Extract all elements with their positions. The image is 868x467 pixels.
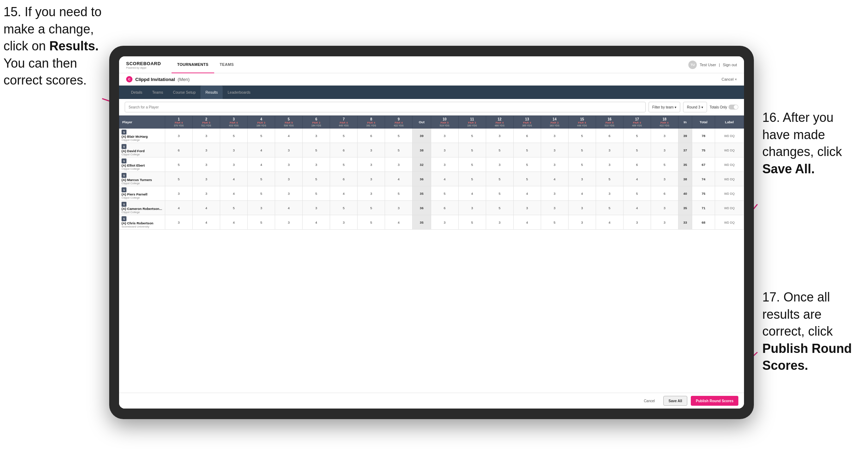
wd-label[interactable]: WD [724,149,729,152]
score-h15[interactable]: 5 [568,129,596,143]
score-h17[interactable]: 3 [623,215,651,230]
score-h3[interactable]: 3 [220,157,248,172]
score-h14[interactable]: 3 [541,201,568,215]
score-h17[interactable]: 5 [623,186,651,201]
score-h2[interactable]: 3 [193,143,220,157]
score-h5[interactable]: 4 [275,129,303,143]
wd-label[interactable]: WD [724,178,729,181]
score-h15[interactable]: 3 [568,172,596,186]
score-h11[interactable]: 4 [458,186,486,201]
score-h7[interactable]: 5 [330,129,358,143]
score-h14[interactable]: 3 [541,186,568,201]
dq-label[interactable]: DQ [730,149,735,152]
score-h16[interactable]: 4 [596,215,623,230]
score-h16[interactable]: 3 [596,157,623,172]
score-h3[interactable]: 5 [220,129,248,143]
score-h10[interactable]: 6 [431,201,458,215]
score-h4[interactable]: 5 [248,186,275,201]
label-cell[interactable]: WD DQ [715,157,744,172]
score-h10[interactable]: 3 [431,129,458,143]
score-h4[interactable]: 3 [248,201,275,215]
tab-teams[interactable]: Teams [147,86,168,99]
score-h3[interactable]: 3 [220,143,248,157]
score-h6[interactable]: 3 [303,201,330,215]
score-h18[interactable]: 3 [651,201,678,215]
dq-label[interactable]: DQ [730,206,735,210]
score-h17[interactable]: 4 [623,201,651,215]
score-h7[interactable]: 6 [330,172,358,186]
score-h5[interactable]: 3 [275,186,303,201]
score-h17[interactable]: 5 [623,143,651,157]
score-h8[interactable]: 3 [358,186,385,201]
score-h16[interactable]: 3 [596,186,623,201]
score-h5[interactable]: 4 [275,201,303,215]
score-h18[interactable]: 3 [651,215,678,230]
score-h5[interactable]: 3 [275,172,303,186]
score-h7[interactable]: 4 [330,186,358,201]
score-h2[interactable]: 3 [193,157,220,172]
score-h1[interactable]: 4 [165,201,193,215]
score-h12[interactable]: 5 [486,186,513,201]
score-h1[interactable]: 3 [165,215,193,230]
score-h3[interactable]: 4 [220,172,248,186]
save-all-button[interactable]: Save All [663,396,688,406]
score-h8[interactable]: 5 [358,215,385,230]
score-h17[interactable]: 6 [623,157,651,172]
score-h16[interactable]: 6 [596,129,623,143]
score-h8[interactable]: 3 [358,157,385,172]
footer-cancel-button[interactable]: Cancel [639,396,660,406]
score-h10[interactable]: 3 [431,143,458,157]
label-cell[interactable]: WD DQ [715,143,744,157]
wd-label[interactable]: WD [724,206,729,210]
score-h8[interactable]: 5 [358,201,385,215]
score-h2[interactable]: 3 [193,172,220,186]
dq-label[interactable]: DQ [730,192,735,195]
tab-results[interactable]: Results [200,86,223,99]
score-h2[interactable]: 3 [193,129,220,143]
wd-label[interactable]: WD [724,134,729,138]
dq-label[interactable]: DQ [730,163,735,167]
tab-leaderboards[interactable]: Leaderboards [223,86,255,99]
score-h8[interactable]: 3 [358,143,385,157]
score-h16[interactable]: 5 [596,201,623,215]
score-h13[interactable]: 6 [513,129,541,143]
score-h16[interactable]: 3 [596,143,623,157]
score-h13[interactable]: 4 [513,215,541,230]
score-h12[interactable]: 3 [486,129,513,143]
score-h10[interactable]: 4 [431,172,458,186]
score-h7[interactable]: 6 [330,143,358,157]
score-h18[interactable]: 5 [651,157,678,172]
score-h10[interactable]: 3 [431,157,458,172]
score-h4[interactable]: 5 [248,129,275,143]
score-h13[interactable]: 5 [513,143,541,157]
dq-label[interactable]: DQ [730,178,735,181]
score-h11[interactable]: 5 [458,172,486,186]
score-h8[interactable]: 6 [358,129,385,143]
score-h2[interactable]: 3 [193,186,220,201]
score-h2[interactable]: 4 [193,215,220,230]
score-h12[interactable]: 3 [486,157,513,172]
score-h9[interactable]: 5 [385,186,413,201]
score-h2[interactable]: 4 [193,201,220,215]
score-h9[interactable]: 3 [385,157,413,172]
score-h5[interactable]: 3 [275,157,303,172]
publish-round-scores-button[interactable]: Publish Round Scores [691,396,738,406]
score-h18[interactable]: 3 [651,172,678,186]
nav-tournaments[interactable]: TOURNAMENTS [172,56,214,73]
score-h3[interactable]: 4 [220,215,248,230]
score-h9[interactable]: 4 [385,215,413,230]
label-cell[interactable]: WD DQ [715,201,744,215]
score-h1[interactable]: 3 [165,186,193,201]
score-h11[interactable]: 5 [458,215,486,230]
score-h18[interactable]: 3 [651,129,678,143]
score-h14[interactable]: 4 [541,172,568,186]
score-h18[interactable]: 3 [651,143,678,157]
label-cell[interactable]: WD DQ [715,215,744,230]
tab-details[interactable]: Details [126,86,147,99]
score-h11[interactable]: 5 [458,157,486,172]
score-h9[interactable]: 5 [385,129,413,143]
score-h7[interactable]: 5 [330,201,358,215]
score-h6[interactable]: 4 [303,215,330,230]
score-h3[interactable]: 4 [220,186,248,201]
score-h11[interactable]: 5 [458,143,486,157]
